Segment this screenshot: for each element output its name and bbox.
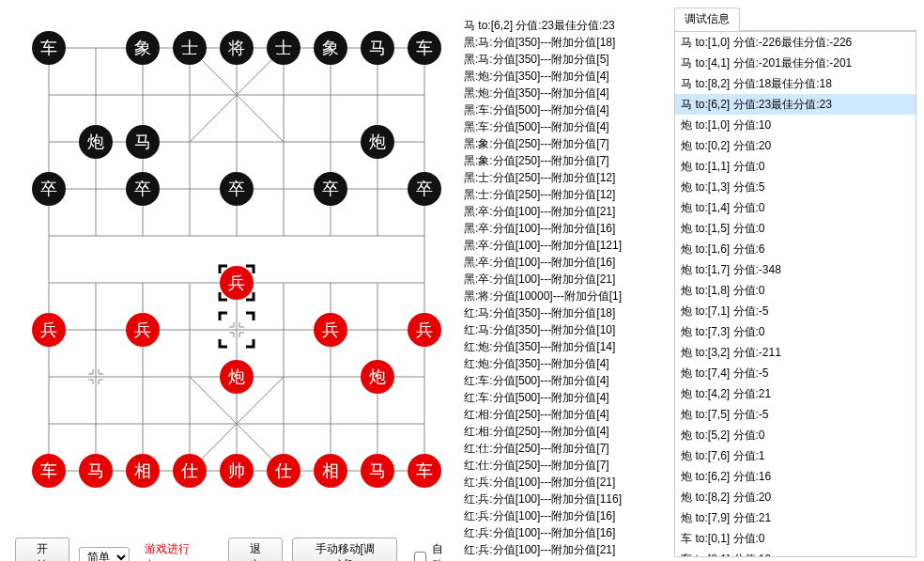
auto-checkbox-label[interactable]: 自动 xyxy=(410,541,454,561)
piece-red-20[interactable]: 兵 xyxy=(408,313,441,347)
debug-row[interactable]: 马 to:[6,2] 分值:23最佳分值:23 xyxy=(675,94,916,115)
eval-line: 红:兵:分值[100]---附加分值[21] xyxy=(464,541,669,558)
xiangqi-board[interactable]: 车象士将士象马车炮马炮卒卒卒卒卒兵兵兵兵兵炮炮车马相仕帅仕相马车 xyxy=(11,15,443,522)
eval-line: 红:炮:分值[350]---附加分值[4] xyxy=(464,355,669,372)
eval-line: 红:仕:分值[250]---附加分值[7] xyxy=(464,440,669,457)
eval-line: 黑:车:分值[500]---附加分值[4] xyxy=(464,101,669,118)
exit-button[interactable]: 退出 xyxy=(228,538,283,561)
eval-line: 红:相:分值[250]---附加分值[4] xyxy=(464,423,669,440)
eval-line: 黑:卒:分值[100]---附加分值[21] xyxy=(464,203,669,220)
piece-red-23[interactable]: 车 xyxy=(32,454,66,488)
piece-red-26[interactable]: 仕 xyxy=(173,454,207,488)
piece-black-0[interactable]: 车 xyxy=(32,31,66,65)
piece-black-1[interactable]: 象 xyxy=(126,31,160,65)
eval-line: 黑:卒:分值[100]---附加分值[121] xyxy=(464,237,669,254)
debug-row[interactable]: 炮 to:[1,5] 分值:0 xyxy=(675,218,916,239)
debug-row[interactable]: 炮 to:[3,2] 分值:-211 xyxy=(675,342,916,363)
piece-black-14[interactable]: 卒 xyxy=(314,172,347,206)
eval-line: 红:炮:分值[350]---附加分值[14] xyxy=(464,338,669,355)
debug-row[interactable]: 马 to:[8,2] 分值:18最佳分值:18 xyxy=(675,73,916,94)
eval-line: 黑:卒:分值[100]---附加分值[16] xyxy=(464,254,669,271)
eval-line: 黑:象:分值[250]---附加分值[7] xyxy=(464,135,669,152)
piece-black-11[interactable]: 卒 xyxy=(32,172,66,206)
eval-line: 黑:象:分值[250]---附加分值[7] xyxy=(464,152,669,169)
debug-tab-bar: 调试信息 xyxy=(674,8,916,31)
eval-line: 红:车:分值[500]---附加分值[4] xyxy=(464,372,669,389)
piece-black-10[interactable]: 炮 xyxy=(361,125,394,159)
evaluation-log: 马 to:[6,2] 分值:23最佳分值:23 黑:马:分值[350]---附加… xyxy=(454,8,669,561)
piece-black-13[interactable]: 卒 xyxy=(220,172,254,206)
debug-row[interactable]: 马 to:[4,1] 分值:-201最佳分值:-201 xyxy=(675,53,916,73)
debug-row[interactable]: 炮 to:[1,3] 分值:5 xyxy=(675,177,916,197)
game-status: 游戏进行中... xyxy=(145,541,210,561)
debug-row[interactable]: 马 to:[1,0] 分值:-226最佳分值:-226 xyxy=(675,32,916,53)
debug-row[interactable]: 炮 to:[7,6] 分值:1 xyxy=(675,445,916,466)
auto-checkbox[interactable] xyxy=(414,552,426,562)
piece-red-16[interactable]: 兵 xyxy=(220,266,254,300)
piece-black-12[interactable]: 卒 xyxy=(126,172,160,206)
manual-move-debug-button[interactable]: 手动移动[调试] xyxy=(292,538,397,561)
debug-row[interactable]: 炮 to:[7,5] 分值:-5 xyxy=(675,404,916,425)
debug-row[interactable]: 炮 to:[7,4] 分值:-5 xyxy=(675,363,916,383)
piece-red-31[interactable]: 车 xyxy=(408,454,441,488)
eval-line: 红:兵:分值[100]---附加分值[16] xyxy=(464,524,669,541)
piece-black-6[interactable]: 马 xyxy=(361,31,394,65)
debug-row[interactable]: 炮 to:[4,2] 分值:21 xyxy=(675,383,916,404)
piece-red-18[interactable]: 兵 xyxy=(126,313,160,347)
eval-line: 黑:将:分值[10000]---附加分值[1] xyxy=(464,288,669,304)
debug-row[interactable]: 炮 to:[7,3] 分值:0 xyxy=(675,321,916,342)
piece-black-7[interactable]: 车 xyxy=(408,31,441,65)
piece-black-3[interactable]: 将 xyxy=(220,31,254,65)
eval-line: 黑:士:分值[250]---附加分值[12] xyxy=(464,169,669,186)
eval-line: 红:兵:分值[100]---附加分值[16] xyxy=(464,507,669,524)
auto-label-text: 自动 xyxy=(432,541,454,561)
debug-row[interactable]: 炮 to:[8,2] 分值:20 xyxy=(675,487,916,507)
eval-header: 马 to:[6,2] 分值:23最佳分值:23 xyxy=(464,17,669,34)
debug-row[interactable]: 炮 to:[6,2] 分值:16 xyxy=(675,466,916,487)
start-button[interactable]: 开始 xyxy=(15,538,69,561)
controls-bar: 开始 简单 游戏进行中... 退出 手动移动[调试] 自动 xyxy=(8,538,454,561)
eval-line: 黑:卒:分值[100]---附加分值[16] xyxy=(464,220,669,237)
eval-line: 黑:炮:分值[350]---附加分值[4] xyxy=(464,85,669,101)
eval-line: 红:马:分值[350]---附加分值[10] xyxy=(464,321,669,338)
piece-red-28[interactable]: 仕 xyxy=(267,454,300,488)
debug-row[interactable]: 炮 to:[7,1] 分值:-5 xyxy=(675,301,916,321)
eval-line: 黑:炮:分值[350]---附加分值[4] xyxy=(464,68,669,85)
piece-red-22[interactable]: 炮 xyxy=(361,360,394,394)
debug-listbox[interactable]: 马 to:[1,0] 分值:-226最佳分值:-226马 to:[4,1] 分值… xyxy=(674,31,916,557)
piece-red-24[interactable]: 马 xyxy=(79,454,113,488)
piece-red-17[interactable]: 兵 xyxy=(32,313,66,347)
debug-row[interactable]: 车 to:[0,1] 分值:0 xyxy=(675,528,916,549)
debug-row[interactable]: 炮 to:[1,1] 分值:0 xyxy=(675,156,916,177)
debug-row[interactable]: 车 to:[0,1] 分值:10 xyxy=(675,549,916,557)
piece-black-15[interactable]: 卒 xyxy=(408,172,441,206)
debug-row[interactable]: 炮 to:[0,2] 分值:20 xyxy=(675,135,916,156)
piece-red-29[interactable]: 相 xyxy=(314,454,347,488)
piece-black-8[interactable]: 炮 xyxy=(79,125,113,159)
piece-black-4[interactable]: 士 xyxy=(267,31,300,65)
eval-line: 红:兵:分值[100]---附加分值[116] xyxy=(464,491,669,507)
difficulty-select[interactable]: 简单 xyxy=(79,547,130,561)
debug-row[interactable]: 炮 to:[1,6] 分值:6 xyxy=(675,239,916,259)
debug-row[interactable]: 炮 to:[1,7] 分值:-348 xyxy=(675,259,916,280)
debug-row[interactable]: 炮 to:[1,4] 分值:0 xyxy=(675,197,916,218)
piece-red-19[interactable]: 兵 xyxy=(314,313,347,347)
eval-line: 黑:卒:分值[100]---附加分值[21] xyxy=(464,271,669,288)
piece-red-21[interactable]: 炮 xyxy=(220,360,254,394)
debug-row[interactable]: 炮 to:[5,2] 分值:0 xyxy=(675,425,916,445)
eval-line: 黑:士:分值[250]---附加分值[12] xyxy=(464,186,669,203)
piece-red-30[interactable]: 马 xyxy=(361,454,394,488)
debug-row[interactable]: 炮 to:[7,9] 分值:21 xyxy=(675,507,916,528)
piece-black-2[interactable]: 士 xyxy=(173,31,207,65)
tab-debug-info[interactable]: 调试信息 xyxy=(674,8,740,31)
debug-row[interactable]: 炮 to:[1,0] 分值:10 xyxy=(675,115,916,135)
piece-red-27[interactable]: 帅 xyxy=(220,454,254,488)
eval-line: 黑:马:分值[350]---附加分值[18] xyxy=(464,34,669,51)
piece-red-25[interactable]: 相 xyxy=(126,454,160,488)
eval-line: 红:马:分值[350]---附加分值[18] xyxy=(464,304,669,321)
eval-line: 红:相:分值[250]---附加分值[4] xyxy=(464,406,669,423)
piece-black-9[interactable]: 马 xyxy=(126,125,160,159)
debug-row[interactable]: 炮 to:[1,8] 分值:0 xyxy=(675,280,916,301)
piece-black-5[interactable]: 象 xyxy=(314,31,347,65)
eval-line: 黑:车:分值[500]---附加分值[4] xyxy=(464,118,669,135)
